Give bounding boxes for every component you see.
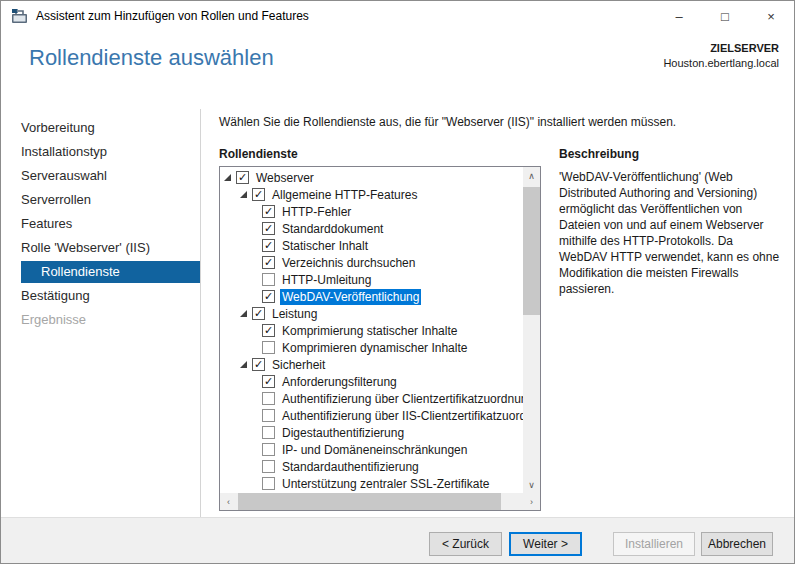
sidebar-item-best-tigung[interactable]: Bestätigung (1, 284, 200, 308)
vertical-scroll-thumb[interactable] (523, 187, 540, 315)
role-services-column-label: Rollendienste (219, 147, 298, 161)
tree-item-label[interactable]: WebDAV-Veröffentlichung (280, 289, 421, 305)
checkbox-webserver[interactable]: ✓ (236, 171, 249, 184)
tree-item-allgemeine-http-features[interactable]: ✓Allgemeine HTTP-Features (220, 186, 523, 203)
tree-item-label[interactable]: IP- und Domäneneinschränkungen (280, 442, 469, 458)
maximize-button[interactable]: □ (702, 1, 748, 31)
sidebar-item-vorbereitung[interactable]: Vorbereitung (1, 116, 200, 140)
tree-item-standarddokument[interactable]: ✓Standarddokument (220, 220, 523, 237)
minimize-button[interactable]: – (656, 1, 702, 31)
tree-item-anforderungsfilterung[interactable]: ✓Anforderungsfilterung (220, 373, 523, 390)
checkbox-anforderungsfilterung[interactable]: ✓ (262, 375, 275, 388)
tree-item-ip-und-dom-neneinschr-nkungen[interactable]: IP- und Domäneneinschränkungen (220, 441, 523, 458)
checkbox-authentifizierung-ber-clientzertifikatzuordnung[interactable] (262, 392, 275, 405)
install-button: Installieren (613, 532, 695, 556)
wizard-content: VorbereitungInstallationstypServerauswah… (1, 109, 794, 517)
tree-item-webdav-ver-ffentlichung[interactable]: ✓WebDAV-Veröffentlichung (220, 288, 523, 305)
expand-triangle-icon[interactable] (224, 174, 236, 181)
cancel-button[interactable]: Abbrechen (701, 532, 773, 556)
sidebar-item-serverrollen[interactable]: Serverrollen (1, 188, 200, 212)
tree-item-label[interactable]: Unterstützung zentraler SSL-Zertifikate (280, 476, 491, 492)
tree-item-leistung[interactable]: ✓Leistung (220, 305, 523, 322)
checkbox-verzeichnis-durchsuchen[interactable]: ✓ (262, 256, 275, 269)
checkbox-http-umleitung[interactable] (262, 273, 275, 286)
tree-item-authentifizierung-ber-clientzertifikatzuordnung[interactable]: Authentifizierung über Clientzertifikatz… (220, 390, 523, 407)
tree-item-label[interactable]: Webserver (254, 170, 316, 186)
expand-triangle-icon[interactable] (240, 191, 252, 198)
scroll-left-icon[interactable]: ‹ (220, 493, 237, 510)
tree-item-label[interactable]: Leistung (270, 306, 319, 322)
tree-item-statischer-inhalt[interactable]: ✓Statischer Inhalt (220, 237, 523, 254)
tree-item-label[interactable]: Authentifizierung über IIS-Clientzertifi… (280, 408, 523, 424)
tree-item-authentifizierung-ber-iis-clientzertifikatzuordnung[interactable]: Authentifizierung über IIS-Clientzertifi… (220, 407, 523, 424)
checkbox-http-fehler[interactable]: ✓ (262, 205, 275, 218)
tree-item-komprimieren-dynamischer-inhalte[interactable]: Komprimieren dynamischer Inhalte (220, 339, 523, 356)
tree-item-label[interactable]: Statischer Inhalt (280, 238, 370, 254)
window-title: Assistent zum Hinzufügen von Rollen und … (36, 9, 309, 23)
checkbox-standarddokument[interactable]: ✓ (262, 222, 275, 235)
tree-item-webserver[interactable]: ✓Webserver (220, 169, 523, 186)
tree-item-http-umleitung[interactable]: HTTP-Umleitung (220, 271, 523, 288)
tree-item-verzeichnis-durchsuchen[interactable]: ✓Verzeichnis durchsuchen (220, 254, 523, 271)
back-button[interactable]: < Zurück (429, 532, 502, 556)
tree-item-label[interactable]: Komprimieren dynamischer Inhalte (280, 340, 469, 356)
instruction-text: Wählen Sie die Rollendienste aus, die fü… (219, 115, 676, 129)
target-server-label: ZIELSERVER (663, 41, 779, 56)
role-services-tree: ✓Webserver✓Allgemeine HTTP-Features✓HTTP… (220, 167, 523, 493)
tree-item-label[interactable]: HTTP-Umleitung (280, 272, 373, 288)
description-column-label: Beschreibung (559, 147, 639, 161)
description-text: 'WebDAV-Veröffentlichung' (Web Distribut… (559, 169, 783, 297)
checkbox-webdav-ver-ffentlichung[interactable]: ✓ (262, 290, 275, 303)
tree-item-sicherheit[interactable]: ✓Sicherheit (220, 356, 523, 373)
checkbox-unterst-tzung-zentraler-ssl-zertifikate[interactable] (262, 477, 275, 490)
tree-item-label[interactable]: Sicherheit (270, 357, 327, 373)
role-services-treebox: ✓Webserver✓Allgemeine HTTP-Features✓HTTP… (219, 166, 541, 511)
expand-triangle-icon[interactable] (240, 310, 252, 317)
sidebar-nav: VorbereitungInstallationstypServerauswah… (1, 109, 201, 517)
tree-item-label[interactable]: Anforderungsfilterung (280, 374, 399, 390)
tree-item-unterst-tzung-zentraler-ssl-zertifikate[interactable]: Unterstützung zentraler SSL-Zertifikate (220, 475, 523, 492)
window-titlebar: Assistent zum Hinzufügen von Rollen und … (1, 1, 794, 31)
checkbox-standardauthentifizierung[interactable] (262, 460, 275, 473)
checkbox-komprimieren-dynamischer-inhalte[interactable] (262, 341, 275, 354)
server-manager-icon (11, 9, 28, 24)
page-title: Rollendienste auswählen (29, 45, 274, 71)
tree-item-label[interactable]: Allgemeine HTTP-Features (270, 187, 419, 203)
close-button[interactable]: × (748, 1, 794, 31)
tree-item-komprimierung-statischer-inhalte[interactable]: ✓Komprimierung statischer Inhalte (220, 322, 523, 339)
checkbox-ip-und-dom-neneinschr-nkungen[interactable] (262, 443, 275, 456)
checkbox-komprimierung-statischer-inhalte[interactable]: ✓ (262, 324, 275, 337)
expand-triangle-icon[interactable] (240, 361, 252, 368)
checkbox-authentifizierung-ber-iis-clientzertifikatzuordnung[interactable] (262, 409, 275, 422)
checkbox-allgemeine-http-features[interactable]: ✓ (252, 188, 265, 201)
next-button[interactable]: Weiter > (509, 532, 582, 556)
tree-item-label[interactable]: Standarddokument (280, 221, 385, 237)
sidebar-item-serverauswahl[interactable]: Serverauswahl (1, 164, 200, 188)
horizontal-scrollbar[interactable]: ‹ › (220, 493, 540, 510)
tree-item-label[interactable]: Verzeichnis durchsuchen (280, 255, 417, 271)
scroll-up-icon[interactable]: ∧ (523, 167, 540, 184)
checkbox-statischer-inhalt[interactable]: ✓ (262, 239, 275, 252)
wizard-header: Rollendienste auswählen ZIELSERVER Houst… (1, 31, 794, 109)
checkbox-digestauthentifizierung[interactable] (262, 426, 275, 439)
checkbox-sicherheit[interactable]: ✓ (252, 358, 265, 371)
tree-item-digestauthentifizierung[interactable]: Digestauthentifizierung (220, 424, 523, 441)
tree-item-standardauthentifizierung[interactable]: Standardauthentifizierung (220, 458, 523, 475)
sidebar-item-rolle-webserver-iis[interactable]: Rolle 'Webserver' (IIS) (1, 236, 200, 260)
target-server-name: Houston.ebertlang.local (663, 56, 779, 71)
sidebar-item-features[interactable]: Features (1, 212, 200, 236)
scroll-down-icon[interactable]: ∨ (523, 476, 540, 493)
scroll-right-icon[interactable]: › (523, 493, 540, 510)
sidebar-item-rollendienste[interactable]: Rollendienste (21, 261, 200, 283)
vertical-scrollbar[interactable]: ∧ ∨ (523, 167, 540, 493)
tree-item-label[interactable]: Authentifizierung über Clientzertifikatz… (280, 391, 523, 407)
tree-item-label[interactable]: Digestauthentifizierung (280, 425, 406, 441)
tree-item-label[interactable]: HTTP-Fehler (280, 204, 353, 220)
tree-item-http-fehler[interactable]: ✓HTTP-Fehler (220, 203, 523, 220)
horizontal-scroll-thumb[interactable] (238, 493, 501, 510)
sidebar-item-installationstyp[interactable]: Installationstyp (1, 140, 200, 164)
checkbox-leistung[interactable]: ✓ (252, 307, 265, 320)
tree-item-label[interactable]: Standardauthentifizierung (280, 459, 421, 475)
main-pane: Wählen Sie die Rollendienste aus, die fü… (202, 109, 794, 517)
tree-item-label[interactable]: Komprimierung statischer Inhalte (280, 323, 459, 339)
